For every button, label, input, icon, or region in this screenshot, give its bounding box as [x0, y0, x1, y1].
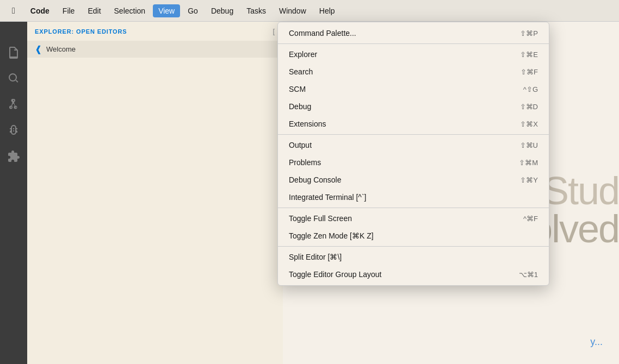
menu-item-label: Explorer [289, 50, 498, 59]
menu-code[interactable]: Code [25, 4, 55, 17]
menu-item-label: Toggle Full Screen [289, 214, 502, 223]
sidebar-icon-search[interactable] [6, 71, 21, 86]
menu-separator-1 [278, 43, 549, 44]
explorer-header: EXPLORER: OPEN EDITORS [ [27, 22, 283, 41]
menu-item-toggle-editor-group[interactable]: Toggle Editor Group Layout ⌥⌘1 [278, 266, 549, 283]
menu-item-label: Toggle Editor Group Layout [289, 270, 497, 279]
menu-item-shortcut: ⇧⌘Y [520, 176, 538, 184]
menu-tasks[interactable]: Tasks [241, 4, 271, 17]
menu-item-label: Split Editor [⌘\] [289, 253, 516, 261]
menu-bar:  Code File Edit Selection View Go Debug… [0, 0, 619, 22]
menu-item-extensions[interactable]: Extensions ⇧⌘X [278, 115, 549, 133]
menu-item-label: Debug Console [289, 175, 498, 184]
menu-go[interactable]: Go [182, 4, 203, 17]
menu-item-label: Integrated Terminal [^`] [289, 193, 516, 202]
menu-debug[interactable]: Debug [206, 4, 239, 17]
menu-item-shortcut: ^⌘F [523, 215, 538, 223]
menu-item-search[interactable]: Search ⇧⌘F [278, 63, 549, 80]
menu-separator-2 [278, 134, 549, 135]
menu-item-label: SCM [289, 85, 502, 93]
menu-item-shortcut: ⇧⌘M [519, 159, 538, 167]
file-icon: ❰ [35, 44, 42, 54]
menu-item-shortcut: ⇧⌘X [520, 120, 538, 128]
menu-item-shortcut: ⇧⌘U [520, 141, 538, 149]
file-name: Welcome [46, 45, 76, 53]
menu-item-scm[interactable]: SCM ^⇧G [278, 80, 549, 98]
menu-edit[interactable]: Edit [82, 4, 106, 17]
explorer-bracket: [ [273, 27, 276, 35]
menu-window[interactable]: Window [274, 4, 312, 17]
explorer-panel: EXPLORER: OPEN EDITORS [ ❰ Welcome [27, 22, 283, 364]
menu-item-label: Toggle Zen Mode [⌘K Z] [289, 231, 516, 240]
menu-item-label: Command Palette... [289, 29, 498, 37]
view-dropdown-menu: Command Palette... ⇧⌘P Explorer ⇧⌘E Sear… [277, 22, 549, 286]
sidebar-icon-debug[interactable] [6, 123, 21, 138]
menu-item-label: Extensions [289, 120, 498, 128]
menu-help[interactable]: Help [314, 4, 341, 17]
menu-item-debug-console[interactable]: Debug Console ⇧⌘Y [278, 171, 549, 189]
menu-item-explorer[interactable]: Explorer ⇧⌘E [278, 46, 549, 63]
menu-item-integrated-terminal[interactable]: Integrated Terminal [^`] [278, 189, 549, 206]
explorer-title: EXPLORER: OPEN EDITORS [35, 28, 127, 35]
sidebar-icon-explorer[interactable] [6, 45, 21, 60]
sidebar-icon-scm[interactable] [6, 97, 21, 112]
apple-menu[interactable]:  [7, 4, 21, 18]
menu-item-problems[interactable]: Problems ⇧⌘M [278, 154, 549, 171]
menu-item-label: Problems [289, 158, 497, 167]
menu-selection[interactable]: Selection [109, 4, 151, 17]
menu-item-split-editor[interactable]: Split Editor [⌘\] [278, 248, 549, 266]
menu-item-label: Output [289, 141, 498, 149]
sidebar-icon-extensions[interactable] [6, 149, 21, 164]
menu-item-shortcut: ⌥⌘1 [519, 271, 538, 279]
menu-item-shortcut: ⇧⌘P [520, 29, 538, 37]
main-link[interactable]: y... [590, 336, 603, 348]
menu-item-shortcut: ⇧⌘E [520, 51, 538, 59]
menu-file[interactable]: File [57, 4, 81, 17]
menu-item-command-palette[interactable]: Command Palette... ⇧⌘P [278, 24, 549, 42]
menu-item-label: Debug [289, 102, 498, 111]
activity-bar [0, 22, 27, 364]
menu-item-output[interactable]: Output ⇧⌘U [278, 136, 549, 154]
menu-item-shortcut: ⇧⌘F [521, 68, 538, 76]
menu-item-label: Search [289, 67, 499, 76]
menu-separator-3 [278, 208, 549, 208]
menu-item-shortcut: ⇧⌘D [520, 103, 538, 111]
menu-item-toggle-full-screen[interactable]: Toggle Full Screen ^⌘F [278, 210, 549, 227]
explorer-file-item[interactable]: ❰ Welcome [27, 41, 283, 58]
menu-separator-4 [278, 246, 549, 247]
menu-item-debug[interactable]: Debug ⇧⌘D [278, 98, 549, 115]
menu-view[interactable]: View [153, 4, 180, 17]
menu-item-toggle-zen-mode[interactable]: Toggle Zen Mode [⌘K Z] [278, 227, 549, 244]
menu-item-shortcut: ^⇧G [523, 85, 538, 93]
